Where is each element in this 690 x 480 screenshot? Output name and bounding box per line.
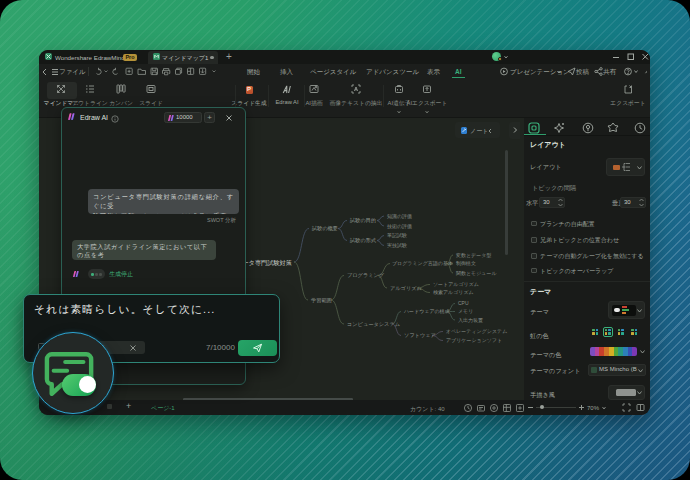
svg-text:筆記試験: 筆記試験 xyxy=(387,232,407,238)
svg-text:関数とモジュール: 関数とモジュール xyxy=(456,270,497,276)
svg-text:コンピュータシステム: コンピュータシステム xyxy=(347,321,400,327)
svg-text:学習範囲: 学習範囲 xyxy=(311,297,332,304)
svg-text:知識の評価: 知識の評価 xyxy=(387,213,412,220)
svg-text:変数とデータ型: 変数とデータ型 xyxy=(456,252,491,259)
svg-text:ソートアルゴリズム: ソートアルゴリズム xyxy=(433,281,479,287)
svg-text:試験の目的: 試験の目的 xyxy=(350,217,376,224)
svg-text:オペレーティングシステム: オペレーティングシステム xyxy=(446,328,507,335)
svg-text:制御構文: 制御構文 xyxy=(456,260,476,267)
svg-text:実技試験: 実技試験 xyxy=(387,242,407,248)
svg-text:ソフトウェア: ソフトウェア xyxy=(404,332,436,338)
svg-text:プログラミング: プログラミング xyxy=(347,272,385,278)
svg-text:技術の評価: 技術の評価 xyxy=(387,223,412,230)
svg-text:アプリケーションソフト: アプリケーションソフト xyxy=(446,337,502,343)
svg-text:プログラミング言語の基本: プログラミング言語の基本 xyxy=(392,260,453,266)
svg-text:検索アルゴリズム: 検索アルゴリズム xyxy=(433,289,474,295)
svg-text:試験の形式: 試験の形式 xyxy=(350,237,377,244)
svg-text:CPU: CPU xyxy=(458,300,469,306)
svg-text:アルゴリズム: アルゴリズム xyxy=(390,285,422,291)
svg-text:入出力装置: 入出力装置 xyxy=(458,317,483,323)
svg-text:試験の概要: 試験の概要 xyxy=(312,225,338,232)
svg-text:ハードウェアの構成: ハードウェアの構成 xyxy=(403,308,450,314)
svg-text:メモリ: メモリ xyxy=(458,308,473,314)
